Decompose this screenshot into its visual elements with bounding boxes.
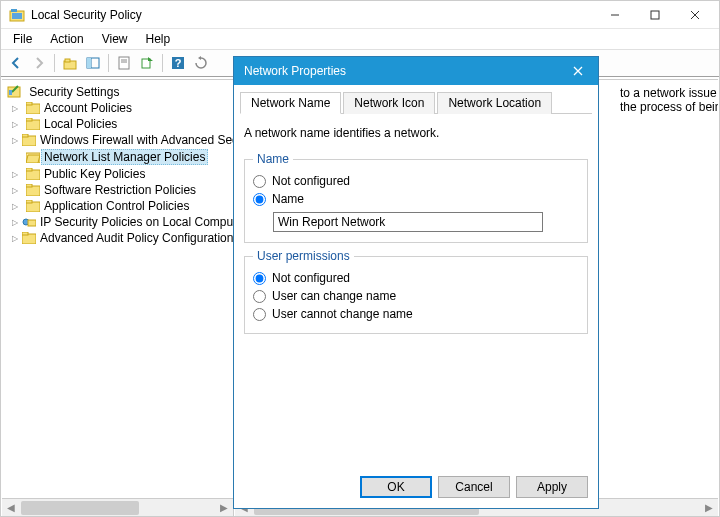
svg-rect-1 — [12, 13, 22, 19]
folder-icon — [22, 232, 36, 244]
minimize-button[interactable] — [595, 3, 635, 27]
radio-perm-cannot-change[interactable]: User cannot change name — [253, 305, 579, 323]
tree-hscroll[interactable]: ◀ ▶ — [2, 498, 234, 516]
svg-text:?: ? — [175, 57, 182, 69]
permissions-legend: User permissions — [253, 249, 354, 263]
radio-name-not-configured[interactable]: Not configured — [253, 172, 579, 190]
radio-perm-can-change-input[interactable] — [253, 290, 266, 303]
refresh-button[interactable] — [190, 52, 212, 74]
window-title: Local Security Policy — [31, 8, 595, 22]
tab-network-name[interactable]: Network Name — [240, 92, 341, 114]
folder-icon — [26, 168, 40, 180]
svg-rect-16 — [9, 90, 12, 95]
name-legend: Name — [253, 152, 293, 166]
dialog-title: Network Properties — [244, 64, 564, 78]
dialog-description: A network name identifies a network. — [244, 126, 588, 140]
folder-icon — [26, 118, 40, 130]
tree-item-network-list[interactable]: Network List Manager Policies — [4, 148, 233, 166]
folder-icon — [26, 200, 40, 212]
folder-icon — [26, 184, 40, 196]
folder-icon — [26, 102, 40, 114]
back-button[interactable] — [5, 52, 27, 74]
svg-rect-22 — [22, 134, 28, 137]
folder-open-icon — [26, 151, 40, 163]
up-button[interactable] — [59, 52, 81, 74]
tree-item-ip-security[interactable]: IP Security Policies on Local Compute — [4, 214, 233, 230]
help-button[interactable]: ? — [167, 52, 189, 74]
tree-item-public-key[interactable]: Public Key Policies — [4, 166, 233, 182]
svg-rect-27 — [26, 184, 32, 187]
svg-rect-31 — [28, 220, 36, 226]
tabstrip: Network Name Network Icon Network Locati… — [240, 91, 592, 114]
dialog-close-button[interactable] — [564, 60, 592, 82]
tab-network-icon[interactable]: Network Icon — [343, 92, 435, 114]
svg-rect-33 — [22, 232, 28, 235]
radio-name-name[interactable]: Name — [253, 190, 579, 208]
properties-button[interactable] — [113, 52, 135, 74]
tree-item-application-control[interactable]: Application Control Policies — [4, 198, 233, 214]
ipsec-icon — [22, 216, 36, 228]
tree-item-local-policies[interactable]: Local Policies — [4, 116, 233, 132]
cancel-button[interactable]: Cancel — [438, 476, 510, 498]
radio-perm-can-change[interactable]: User can change name — [253, 287, 579, 305]
security-icon — [6, 83, 22, 99]
tab-network-location[interactable]: Network Location — [437, 92, 552, 114]
menu-help[interactable]: Help — [138, 30, 179, 48]
dialog-titlebar[interactable]: Network Properties — [234, 57, 598, 85]
radio-perm-cannot-change-input[interactable] — [253, 308, 266, 321]
svg-rect-5 — [65, 59, 70, 62]
tree-pane: Security Settings Account Policies Local… — [2, 79, 234, 498]
apply-button[interactable]: Apply — [516, 476, 588, 498]
menu-view[interactable]: View — [94, 30, 136, 48]
maximize-button[interactable] — [635, 3, 675, 27]
titlebar: Local Security Policy — [1, 1, 719, 29]
svg-rect-3 — [651, 11, 659, 19]
close-icon — [573, 66, 583, 76]
svg-rect-2 — [11, 9, 17, 12]
folder-icon — [22, 134, 36, 146]
tree-item-advanced-audit[interactable]: Advanced Audit Policy Configuration — [4, 230, 233, 246]
forward-button[interactable] — [28, 52, 50, 74]
svg-rect-29 — [26, 200, 32, 203]
menubar: File Action View Help — [1, 29, 719, 49]
radio-perm-not-configured-input[interactable] — [253, 272, 266, 285]
app-icon — [9, 7, 25, 23]
show-hide-tree-button[interactable] — [82, 52, 104, 74]
close-button[interactable] — [675, 3, 715, 27]
radio-name-not-configured-input[interactable] — [253, 175, 266, 188]
permissions-groupbox: User permissions Not configured User can… — [244, 249, 588, 334]
tree-item-software-restriction[interactable]: Software Restriction Policies — [4, 182, 233, 198]
svg-rect-25 — [26, 168, 32, 171]
svg-rect-8 — [87, 58, 91, 68]
svg-rect-18 — [26, 102, 32, 105]
name-groupbox: Name Not configured Name — [244, 152, 588, 243]
menu-action[interactable]: Action — [42, 30, 91, 48]
menu-file[interactable]: File — [5, 30, 40, 48]
ok-button[interactable]: OK — [360, 476, 432, 498]
network-name-input[interactable] — [273, 212, 543, 232]
tree-root[interactable]: Security Settings — [4, 82, 233, 100]
svg-rect-9 — [119, 57, 129, 69]
tree-item-windows-firewall[interactable]: Windows Firewall with Advanced Secu — [4, 132, 233, 148]
radio-name-name-input[interactable] — [253, 193, 266, 206]
export-button[interactable] — [136, 52, 158, 74]
tree-item-account-policies[interactable]: Account Policies — [4, 100, 233, 116]
svg-rect-20 — [26, 118, 32, 121]
network-properties-dialog: Network Properties Network Name Network … — [233, 56, 599, 509]
radio-perm-not-configured[interactable]: Not configured — [253, 269, 579, 287]
